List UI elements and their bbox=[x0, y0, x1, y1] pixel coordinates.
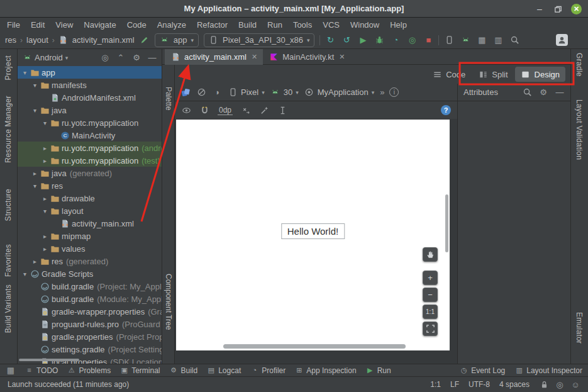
toolwindow-logcat[interactable]: ▤Logcat bbox=[207, 366, 241, 375]
user-avatar[interactable] bbox=[556, 34, 568, 46]
toolwindow-terminal[interactable]: ▣Terminal bbox=[120, 366, 160, 375]
chevron-right-icon[interactable]: ▸ bbox=[40, 157, 50, 164]
blueprint-icon[interactable] bbox=[196, 87, 206, 98]
zoom-actual-button[interactable]: 1:1 bbox=[423, 305, 438, 319]
stripe-item-build-variants[interactable]: Build Variants bbox=[4, 284, 13, 333]
tree-item-java[interactable]: ▾java bbox=[18, 104, 162, 116]
toolwindow-problems[interactable]: ⚠Problems bbox=[67, 366, 111, 375]
toolwindow-build[interactable]: ⚙Build bbox=[170, 366, 198, 375]
stripe-item-resource-manager[interactable]: Resource Manager bbox=[4, 96, 13, 163]
close-tab-icon[interactable]: ✕ bbox=[339, 53, 345, 61]
issues-icon[interactable]: i bbox=[389, 87, 399, 97]
layout-inspector-icon[interactable]: ▥ bbox=[493, 35, 503, 45]
stripe-item-favorites[interactable]: Favorites bbox=[4, 244, 13, 277]
menu-window[interactable]: Window bbox=[350, 20, 379, 30]
chevron-down-icon[interactable]: ▾ bbox=[20, 271, 30, 277]
tree-item-gradle-properties[interactable]: gradle.properties(Project Properties) bbox=[18, 330, 162, 343]
stripe-item-emulator[interactable]: Emulator bbox=[575, 312, 584, 344]
zoom-in-button[interactable]: + bbox=[423, 271, 438, 285]
mode-design-button[interactable]: Design bbox=[515, 67, 565, 82]
search-icon[interactable] bbox=[522, 87, 532, 98]
chevron-down-icon[interactable]: ▾ bbox=[40, 208, 50, 215]
mode-split-button[interactable]: Split bbox=[472, 67, 513, 82]
breadcrumb-item[interactable]: res bbox=[5, 35, 16, 45]
apply-changes-icon[interactable]: ↻ bbox=[325, 35, 335, 45]
menu-tools[interactable]: Tools bbox=[293, 20, 312, 30]
device-select-small[interactable]: Pixel ▾ bbox=[228, 87, 265, 98]
tree-item-build-gradle[interactable]: build.gradle(Module: My_Application.app) bbox=[18, 293, 162, 305]
menu-navigate[interactable]: Navigate bbox=[84, 20, 116, 30]
menu-help[interactable]: Help bbox=[390, 20, 407, 30]
close-button[interactable]: ✕ bbox=[571, 4, 582, 14]
tool-window-switcher-icon[interactable]: ▦ bbox=[6, 366, 16, 376]
tree-item-settings-gradle[interactable]: settings.gradle(Project Settings) bbox=[18, 343, 162, 356]
minimize-button[interactable]: – bbox=[535, 4, 545, 14]
status-widget-4-spaces[interactable]: 4 spaces bbox=[499, 380, 530, 389]
project-view-select[interactable]: Android bbox=[35, 53, 63, 62]
orientation-icon[interactable]: ◑ bbox=[212, 87, 222, 98]
default-margin-button[interactable]: 0dp bbox=[218, 106, 233, 115]
status-widget-1-1[interactable]: 1:1 bbox=[430, 380, 441, 389]
design-canvas[interactable]: Hello World! bbox=[176, 120, 450, 350]
menu-edit[interactable]: Edit bbox=[31, 20, 45, 30]
device-manager-icon[interactable] bbox=[444, 35, 454, 45]
stripe-item-layout-validation[interactable]: Layout Validation bbox=[575, 99, 584, 160]
project-horizontal-scrollbar[interactable] bbox=[19, 359, 79, 361]
menu-vcs[interactable]: VCS bbox=[323, 20, 340, 30]
zoom-out-button[interactable]: − bbox=[423, 288, 438, 302]
hide-panel-icon[interactable]: — bbox=[147, 53, 157, 63]
view-options-icon[interactable] bbox=[181, 105, 191, 115]
menu-view[interactable]: View bbox=[55, 20, 73, 30]
chevron-down-icon[interactable]: ▾ bbox=[30, 82, 40, 89]
canvas-horizontal-scrollbar[interactable] bbox=[223, 344, 406, 349]
select-opened-file-icon[interactable]: ◎ bbox=[100, 53, 110, 63]
clear-constraints-icon[interactable] bbox=[241, 105, 251, 115]
run-configuration-select[interactable]: app ▾ bbox=[155, 33, 199, 47]
chevron-right-icon[interactable]: ▸ bbox=[40, 245, 50, 252]
debug-icon[interactable] bbox=[374, 35, 384, 45]
toolwindow-app-inspection[interactable]: ⊞App Inspection bbox=[295, 366, 356, 375]
breadcrumb-item[interactable]: layout bbox=[26, 35, 48, 45]
menu-analyze[interactable]: Analyze bbox=[157, 20, 186, 30]
chevron-down-icon[interactable]: ▾ bbox=[30, 182, 40, 189]
editor-tab-mainactivity-kt[interactable]: MainActivity.kt✕ bbox=[263, 49, 350, 65]
mood-icon[interactable]: ☺ bbox=[570, 379, 580, 389]
breadcrumb-item[interactable]: activity_main.xml bbox=[72, 35, 135, 45]
settings-icon[interactable]: ⚙ bbox=[131, 53, 141, 63]
tree-item-mainactivity[interactable]: CMainActivity bbox=[18, 129, 162, 142]
infer-constraints-icon[interactable] bbox=[259, 105, 269, 115]
mode-code-button[interactable]: Code bbox=[426, 67, 471, 82]
autoconnect-icon[interactable] bbox=[199, 105, 209, 115]
tree-item-gradle-wrapper-properties[interactable]: gradle-wrapper.properties(Gradle Version… bbox=[18, 305, 162, 318]
chevron-down-icon[interactable]: ▾ bbox=[40, 120, 50, 126]
tree-item-ru-yotc-myapplication[interactable]: ▾ru.yotc.myapplication bbox=[18, 116, 162, 129]
run-icon[interactable]: ▶ bbox=[358, 35, 368, 45]
tree-item-res[interactable]: ▸res(generated) bbox=[18, 255, 162, 267]
notifications-icon[interactable]: ◎ bbox=[555, 379, 565, 389]
tree-item-res[interactable]: ▾res bbox=[18, 179, 162, 192]
edit-layout-icon[interactable] bbox=[140, 35, 150, 45]
canvas-vertical-scrollbar[interactable] bbox=[445, 194, 448, 252]
menu-refactor[interactable]: Refactor bbox=[197, 20, 228, 30]
tree-item-androidmanifest-xml[interactable]: AndroidManifest.xml bbox=[18, 91, 162, 104]
chevron-right-icon[interactable]: ▸ bbox=[30, 258, 40, 265]
menu-code[interactable]: Code bbox=[127, 20, 147, 30]
tree-item-app[interactable]: ▾app bbox=[18, 66, 162, 79]
device-select[interactable]: Pixel_3a_API_30_x86 ▾ bbox=[204, 33, 314, 47]
zoom-fit-button[interactable] bbox=[423, 322, 438, 336]
readonly-lock-icon[interactable] bbox=[539, 379, 549, 389]
theme-select[interactable]: MyApplication ▾ bbox=[304, 87, 374, 98]
toolwindow-layout-inspector[interactable]: ▥Layout Inspector bbox=[515, 366, 582, 375]
tree-item-ru-yotc-myapplication[interactable]: ▸ru.yotc.myapplication(test) bbox=[18, 154, 162, 167]
toolwindow-profiler[interactable]: ◔Profiler bbox=[250, 366, 286, 375]
tree-item-drawable[interactable]: ▸drawable bbox=[18, 192, 162, 204]
tree-item-manifests[interactable]: ▾manifests bbox=[18, 79, 162, 91]
textview-hello-world[interactable]: Hello World! bbox=[281, 223, 345, 239]
chevron-right-icon[interactable]: ▸ bbox=[40, 233, 50, 240]
editor-tab-activity-main-xml[interactable]: activity_main.xml✕ bbox=[165, 49, 263, 65]
toolwindow-todo[interactable]: ≡TODO bbox=[25, 366, 58, 375]
close-tab-icon[interactable]: ✕ bbox=[252, 53, 257, 61]
apply-code-changes-icon[interactable]: ↺ bbox=[341, 35, 352, 45]
stripe-item-structure[interactable]: Structure bbox=[4, 189, 13, 221]
tree-item-mipmap[interactable]: ▸mipmap bbox=[18, 230, 162, 242]
